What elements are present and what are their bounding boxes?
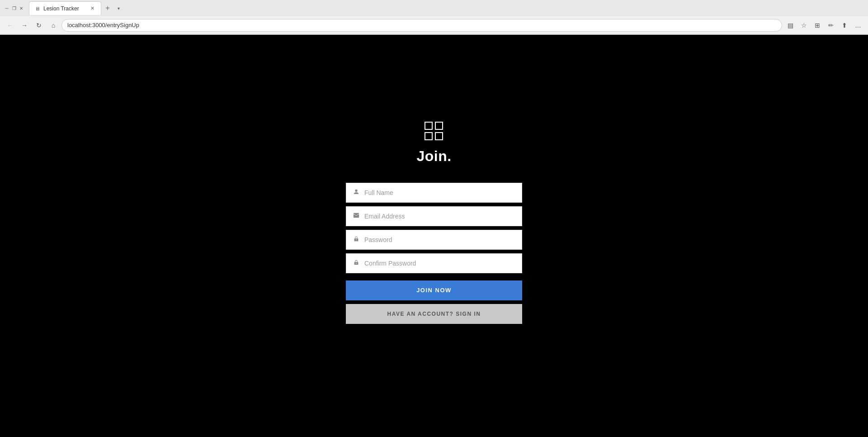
confirm-password-wrapper [346, 253, 522, 273]
password-input[interactable] [364, 236, 515, 243]
new-tab-button[interactable]: + [101, 2, 114, 14]
page-title: Join. [416, 148, 451, 165]
collections-button[interactable]: ⊞ [811, 19, 824, 32]
grid-cell-4 [435, 132, 443, 140]
address-bar[interactable]: localhost:3000/entrySignUp [61, 19, 782, 32]
page-content: Join. [0, 35, 868, 437]
close-button[interactable]: ✕ [18, 5, 24, 11]
home-icon: ⌂ [52, 22, 55, 29]
grid-cell-3 [425, 132, 433, 140]
toolbar-right: ▤ ☆ ⊞ ✏ ⬆ … [784, 19, 864, 32]
minimize-button[interactable]: ─ [4, 5, 10, 11]
tab-title: Lesion Tracker [43, 5, 86, 12]
share-button[interactable]: ⬆ [838, 19, 851, 32]
browser-chrome: ─ ❐ ✕ 🖥 Lesion Tracker ✕ + ▾ ← → ↻ ⌂ [0, 0, 868, 35]
pen-icon: ✏ [828, 22, 834, 29]
navigation-bar: ← → ↻ ⌂ localhost:3000/entrySignUp ▤ ☆ ⊞… [0, 16, 868, 34]
star-icon: ☆ [801, 22, 807, 29]
join-now-button[interactable]: JOIN NOW [346, 280, 522, 300]
active-tab[interactable]: 🖥 Lesion Tracker ✕ [29, 1, 101, 15]
email-input[interactable] [364, 213, 515, 220]
back-button[interactable]: ← [4, 19, 16, 32]
forward-icon: → [21, 22, 28, 29]
confirm-password-input[interactable] [364, 260, 515, 267]
refresh-button[interactable]: ↻ [33, 19, 45, 32]
tab-dropdown-icon[interactable]: ▾ [114, 4, 123, 13]
grid-icon [425, 122, 443, 141]
more-icon: … [855, 22, 861, 29]
back-icon: ← [7, 22, 13, 29]
forward-button[interactable]: → [18, 19, 31, 32]
tab-favicon-icon: 🖥 [35, 6, 40, 11]
pen-button[interactable]: ✏ [825, 19, 837, 32]
tab-bar: ─ ❐ ✕ 🖥 Lesion Tracker ✕ + ▾ [0, 0, 868, 16]
lock-icon [353, 236, 360, 243]
envelope-icon [353, 212, 360, 220]
collections-icon: ⊞ [815, 22, 820, 29]
fullname-input[interactable] [364, 189, 515, 196]
favorites-button[interactable]: ☆ [797, 19, 810, 32]
url-text: localhost:3000/entrySignUp [67, 22, 139, 28]
more-button[interactable]: … [852, 19, 864, 32]
tab-close-button[interactable]: ✕ [90, 5, 95, 12]
home-button[interactable]: ⌂ [47, 19, 60, 32]
email-wrapper [346, 206, 522, 226]
grid-cell-2 [435, 122, 443, 130]
share-icon: ⬆ [842, 22, 847, 29]
password-wrapper [346, 230, 522, 250]
sidebar-button[interactable]: ▤ [784, 19, 797, 32]
grid-cell-1 [425, 122, 433, 130]
refresh-icon: ↻ [36, 22, 42, 29]
signup-form: JOIN NOW HAVE AN ACCOUNT? SIGN IN [346, 183, 522, 324]
tab-group: 🖥 Lesion Tracker ✕ + ▾ [29, 1, 123, 15]
app-logo [425, 122, 443, 141]
restore-button[interactable]: ❐ [11, 5, 17, 11]
sidebar-icon: ▤ [788, 22, 793, 29]
lock-confirm-icon [353, 259, 360, 267]
fullname-wrapper [346, 183, 522, 203]
sign-in-button[interactable]: HAVE AN ACCOUNT? SIGN IN [346, 304, 522, 324]
window-controls: ─ ❐ ✕ [4, 5, 24, 11]
person-icon [353, 189, 360, 196]
